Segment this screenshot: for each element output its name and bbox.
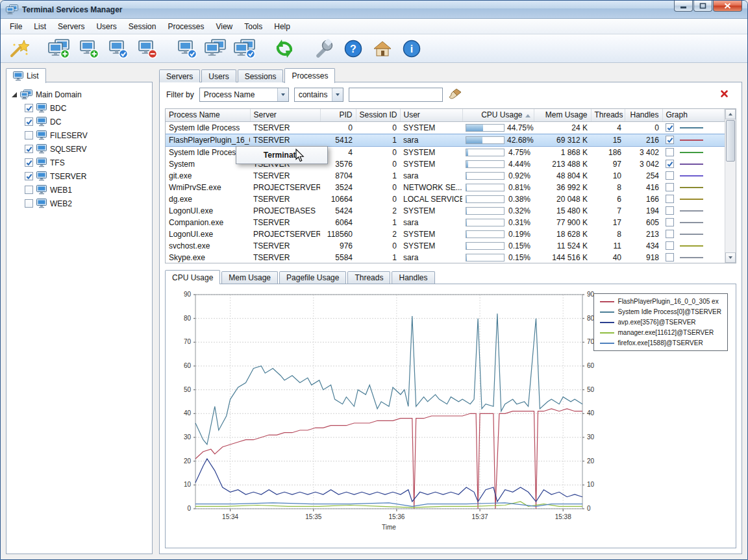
tab-servers[interactable]: Servers	[159, 69, 200, 82]
table-row[interactable]: LogonUI.exePROJECTBASES54242SYSTEM0.32%1…	[166, 205, 725, 217]
add-group-icon[interactable]	[76, 37, 101, 60]
connect-server-icon[interactable]	[174, 37, 199, 60]
minimize-button[interactable]	[674, 1, 693, 12]
tree-item-main-domain[interactable]: Main Domain	[9, 88, 149, 101]
tree-checkbox[interactable]	[25, 104, 33, 112]
graph-checkbox[interactable]	[666, 206, 674, 215]
tree-checkbox[interactable]	[25, 186, 33, 194]
remove-server-icon[interactable]	[134, 37, 159, 60]
graph-checkbox[interactable]	[666, 241, 674, 250]
tree-checkbox[interactable]	[25, 158, 33, 167]
reconnect-servers-icon[interactable]	[232, 37, 257, 60]
column-header-session-id[interactable]: Session ID	[356, 109, 400, 121]
add-server-icon[interactable]	[47, 37, 71, 60]
column-header-handles[interactable]: Handles	[625, 109, 662, 121]
servers-icon[interactable]	[203, 37, 228, 60]
help-icon[interactable]: ?	[341, 37, 366, 60]
tree-item-web2[interactable]: WEB2	[9, 197, 149, 210]
table-row[interactable]: Skype.exeTSERVER55841sara0.15%144 516 K4…	[166, 252, 725, 263]
table-row[interactable]: svchost.exeTSERVER9760SYSTEM0.15%11 524 …	[166, 240, 725, 252]
graph-checkbox[interactable]	[666, 218, 674, 226]
scroll-down-button[interactable]	[725, 252, 736, 263]
column-header-threads[interactable]: Threads	[591, 109, 625, 121]
column-header-process-name[interactable]: Process Name	[166, 109, 250, 121]
menu-item-view[interactable]: View	[210, 20, 238, 33]
menu-item-processes[interactable]: Processes	[162, 20, 209, 33]
menu-item-file[interactable]: File	[5, 20, 27, 33]
scroll-up-button[interactable]	[725, 109, 736, 119]
column-header-server[interactable]: Server	[250, 109, 320, 121]
home-icon[interactable]	[370, 37, 395, 60]
splitter[interactable]	[160, 263, 742, 270]
context-menu-item-terminate[interactable]: Terminate	[238, 148, 326, 162]
tab-cpu-usage[interactable]: CPU Usage	[165, 270, 220, 284]
table-row[interactable]: FlashPlayerPlugin_16_0_0...TSERVER54121s…	[166, 134, 725, 146]
tree-item-dc[interactable]: DC	[9, 115, 149, 128]
graph-checkbox[interactable]	[666, 171, 674, 180]
filter-input[interactable]	[349, 88, 443, 102]
menu-item-list[interactable]: List	[29, 20, 51, 33]
tab-pagefile-usage[interactable]: Pagefile Usage	[279, 271, 346, 284]
maximize-button[interactable]	[693, 1, 712, 12]
graph-checkbox[interactable]	[666, 148, 674, 156]
column-header-mem-usage[interactable]: Mem Usage	[534, 109, 591, 121]
info-icon[interactable]: i	[399, 37, 424, 60]
tree-item-tfs[interactable]: TFS	[9, 156, 149, 169]
cell-mem: 69 312 K	[534, 134, 591, 146]
cell-server: TSERVER	[250, 134, 320, 146]
settings-wrench-icon[interactable]	[312, 37, 336, 60]
table-row[interactable]: System Idle ProcessTSERVER00SYSTEM44.75%…	[166, 121, 725, 134]
tree-item-bdc[interactable]: BDC	[9, 101, 149, 115]
graph-checkbox[interactable]	[666, 136, 674, 144]
menu-item-help[interactable]: Help	[269, 20, 295, 33]
menu-item-session[interactable]: Session	[123, 20, 162, 33]
scrollbar-thumb[interactable]	[726, 120, 735, 162]
close-view-icon[interactable]	[720, 90, 729, 100]
edit-server-icon[interactable]	[105, 37, 130, 60]
graph-checkbox[interactable]	[666, 123, 674, 132]
tab-users[interactable]: Users	[201, 69, 236, 82]
table-row[interactable]: Companion.exeTSERVER60641sara0.31%77 900…	[166, 217, 725, 228]
tree-item-tserver[interactable]: TSERVER	[9, 169, 149, 183]
table-row[interactable]: WmiPrvSE.exePROJECTSERVER35240NETWORK SE…	[166, 182, 725, 193]
tree-item-web1[interactable]: WEB1	[9, 183, 149, 197]
tree-item-fileserv[interactable]: FILESERV	[9, 128, 149, 142]
graph-checkbox[interactable]	[666, 160, 674, 168]
column-header-user[interactable]: User	[400, 109, 462, 121]
filter-operator-dropdown[interactable]: contains	[294, 88, 343, 102]
menu-item-users[interactable]: Users	[91, 20, 121, 33]
tree-checkbox[interactable]	[25, 131, 33, 140]
graph-checkbox[interactable]	[666, 195, 674, 203]
vertical-scrollbar[interactable]	[725, 109, 736, 263]
menu-item-servers[interactable]: Servers	[53, 20, 90, 33]
table-row[interactable]: git.exeTSERVER87041sara0.92%48 804 K1025…	[166, 170, 725, 182]
scrollbar-track[interactable]	[725, 119, 736, 252]
tab-mem-usage[interactable]: Mem Usage	[221, 271, 278, 284]
column-header-cpu-usage[interactable]: CPU Usage	[462, 109, 534, 121]
tree-checkbox[interactable]	[25, 117, 33, 126]
sidebar-tab-list[interactable]: List	[6, 68, 46, 83]
column-header-pid[interactable]: PID	[320, 109, 356, 121]
wizard-icon[interactable]	[7, 37, 32, 60]
graph-checkbox[interactable]	[666, 230, 674, 238]
tree-checkbox[interactable]	[25, 145, 33, 153]
tab-threads[interactable]: Threads	[347, 271, 390, 284]
graph-checkbox[interactable]	[666, 253, 674, 262]
menu-item-tools[interactable]: Tools	[239, 20, 268, 33]
tab-sessions[interactable]: Sessions	[238, 69, 284, 82]
tab-processes[interactable]: Processes	[284, 68, 335, 83]
table-row[interactable]: LogonUI.exePROJECTSERVER1185602SYSTEM0.1…	[166, 228, 725, 240]
cell-graph	[662, 182, 725, 193]
tree-checkbox[interactable]	[25, 172, 33, 180]
filter-field-dropdown[interactable]: Process Name	[199, 88, 289, 102]
tree-item-sqlserv[interactable]: SQLSERV	[9, 142, 149, 156]
tab-handles[interactable]: Handles	[392, 271, 434, 284]
table-row[interactable]: dg.exeTSERVER106640LOCAL SERVICE0.38%20 …	[166, 193, 725, 205]
refresh-icon[interactable]	[272, 37, 297, 60]
tree-expander-icon[interactable]	[12, 92, 17, 97]
close-button[interactable]	[713, 1, 742, 12]
tree-checkbox[interactable]	[25, 199, 33, 208]
clear-filter-brush-icon[interactable]	[448, 88, 462, 103]
column-header-graph[interactable]: Graph	[662, 109, 725, 121]
graph-checkbox[interactable]	[666, 183, 674, 191]
